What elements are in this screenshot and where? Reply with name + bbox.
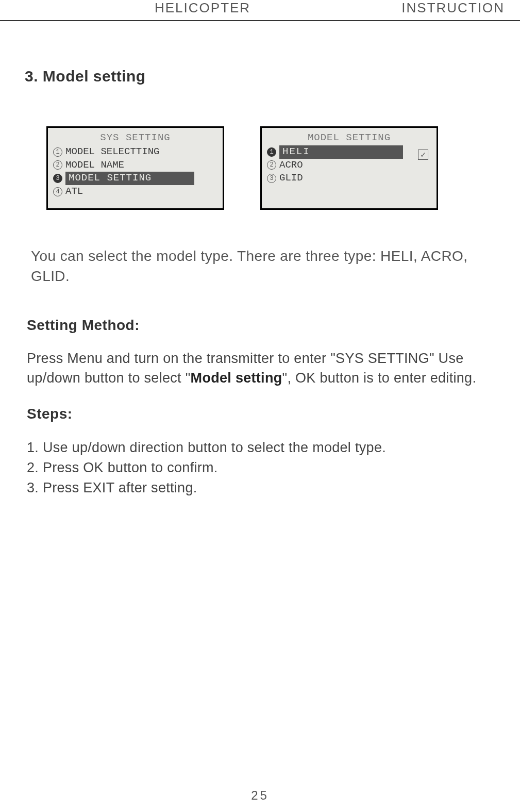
page-number: 25 bbox=[0, 788, 520, 803]
lcd-screen-sys-setting: SYS SETTING 1MODEL SELECTTING 2MODEL NAM… bbox=[46, 126, 224, 210]
section-title: 3. Model setting bbox=[25, 68, 520, 85]
step-1: 1. Use up/down direction button to selec… bbox=[27, 438, 520, 458]
steps-list: 1. Use up/down direction button to selec… bbox=[27, 438, 520, 498]
header-right: INSTRUCTION bbox=[401, 0, 505, 16]
row-number-icon: 1 bbox=[267, 147, 276, 157]
setting-method-heading: Setting Method: bbox=[27, 317, 520, 334]
lcd1-row-3-selected: 3MODEL SETTING bbox=[53, 172, 217, 185]
screens-row: SYS SETTING 1MODEL SELECTTING 2MODEL NAM… bbox=[46, 126, 520, 210]
lcd1-row-1: 1MODEL SELECTTING bbox=[53, 145, 217, 159]
lcd-screen-model-setting: MODEL SETTING 1HELI 2ACRO 3GLID ✓ bbox=[260, 126, 438, 210]
row-number-icon: 1 bbox=[53, 147, 62, 157]
step-3: 3. Press EXIT after setting. bbox=[27, 478, 520, 498]
lcd2-row-2: 2ACRO bbox=[267, 159, 431, 172]
page-header: HELICOPTER INSTRUCTION bbox=[0, 0, 520, 21]
row-number-icon: 3 bbox=[267, 174, 276, 183]
setting-method-bold: Model setting bbox=[191, 370, 282, 386]
lcd2-row-1-selected: 1HELI bbox=[267, 145, 431, 159]
row-number-icon: 3 bbox=[53, 174, 62, 183]
header-left: HELICOPTER bbox=[155, 0, 250, 16]
lcd2-title: MODEL SETTING bbox=[267, 132, 431, 143]
setting-method-body: Press Menu and turn on the transmitter t… bbox=[27, 349, 510, 388]
intro-text: You can select the model type. There are… bbox=[31, 246, 494, 286]
lcd1-row-2: 2MODEL NAME bbox=[53, 159, 217, 172]
lcd2-row-3: 3GLID bbox=[267, 172, 431, 185]
check-icon: ✓ bbox=[418, 150, 428, 160]
row-number-icon: 2 bbox=[53, 160, 62, 170]
step-2: 2. Press OK button to confirm. bbox=[27, 458, 520, 478]
row-number-icon: 4 bbox=[53, 187, 62, 196]
row-number-icon: 2 bbox=[267, 160, 276, 170]
lcd1-title: SYS SETTING bbox=[53, 132, 217, 143]
setting-method-post: ", OK button is to enter editing. bbox=[282, 370, 477, 386]
lcd1-row-4: 4ATL bbox=[53, 185, 217, 198]
steps-heading: Steps: bbox=[27, 406, 520, 422]
